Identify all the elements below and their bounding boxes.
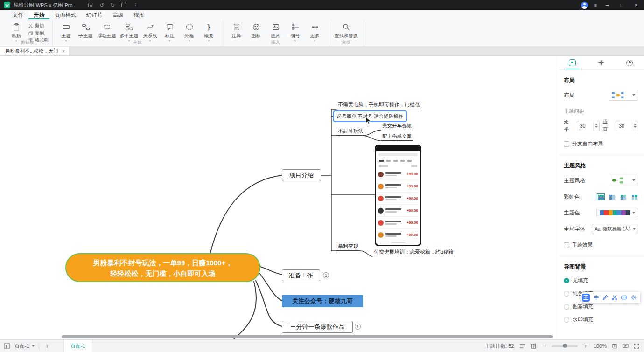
relationship-line-button[interactable]: 关系线 ▾: [140, 21, 160, 42]
numbering-button[interactable]: 编号 ▾: [286, 21, 305, 42]
user-avatar[interactable]: [581, 2, 588, 9]
page-tab[interactable]: 页面-1: [63, 340, 92, 352]
callout-button[interactable]: 标注 ▾: [160, 21, 180, 42]
undo-icon[interactable]: ↺: [100, 3, 104, 8]
language-toggle[interactable]: 中: [594, 295, 599, 300]
bg-option-watermark[interactable]: 水印填充: [564, 316, 638, 323]
theme-color-dropdown[interactable]: [596, 208, 638, 217]
stepper-arrows[interactable]: [593, 121, 599, 131]
zoom-slider-thumb[interactable]: [563, 344, 567, 348]
ime-logo[interactable]: 王: [582, 294, 590, 302]
subtopic-profit[interactable]: 暴利变现: [336, 243, 360, 251]
fit-window-icon[interactable]: [612, 344, 617, 349]
pencil-icon[interactable]: [602, 295, 608, 300]
redo-icon[interactable]: ↻: [111, 3, 115, 8]
topic-three-minutes[interactable]: 三分钟一条爆款作品: [282, 321, 353, 333]
floating-topic-button[interactable]: 浮动主题: [96, 21, 118, 39]
horizontal-scrollbar[interactable]: [62, 335, 553, 338]
payment-text-bars: [385, 172, 405, 177]
subtopic-play-method[interactable]: 不封号玩法: [336, 128, 365, 136]
global-font-dropdown[interactable]: Aa 微软雅黑 (大): [592, 224, 638, 234]
menu-slides[interactable]: 幻灯片: [81, 10, 108, 19]
topic-number-badge[interactable]: 1: [323, 272, 329, 278]
topic-button[interactable]: 主题 ▾: [56, 21, 76, 42]
minimize-button[interactable]: –: [603, 2, 611, 8]
close-button[interactable]: ×: [632, 2, 640, 8]
paste-button[interactable]: 粘贴 ▾: [7, 21, 26, 42]
callout-icon: [165, 22, 175, 32]
payer-avatar: [378, 208, 384, 214]
topic-official-account[interactable]: 关注公众号：硬核九哥: [282, 295, 363, 307]
menu-view[interactable]: 视图: [129, 10, 150, 19]
menu-home[interactable]: 开始: [28, 10, 49, 19]
subtopic-no-computer[interactable]: 不需要电脑，手机即可操作，门槛低: [336, 102, 421, 109]
window-controls: ≡ – □ ×: [581, 2, 640, 9]
scrollbar-thumb[interactable]: [62, 335, 553, 338]
topic-preparation[interactable]: 准备工作: [282, 269, 320, 281]
add-page-button[interactable]: +: [43, 342, 51, 350]
bg-option-none[interactable]: 无填充: [564, 277, 638, 284]
bg-option-pattern[interactable]: 图案填充: [564, 303, 638, 310]
comment-button[interactable]: 注释: [227, 21, 246, 39]
cut-icon: [28, 23, 33, 28]
presentation-icon[interactable]: [623, 344, 629, 349]
multiple-topics-button[interactable]: 多个主题 ▾: [118, 21, 140, 42]
zoom-out-icon[interactable]: −: [541, 343, 547, 350]
grid-view-icon[interactable]: [531, 344, 536, 349]
find-replace-button[interactable]: 查找和替换: [333, 21, 360, 39]
menu-page-style[interactable]: 页面样式: [49, 10, 81, 19]
scissors-icon[interactable]: [612, 295, 617, 300]
more-button[interactable]: 更多 ▾: [305, 21, 325, 42]
rainbow-option[interactable]: [597, 193, 605, 200]
panel-tab-ai[interactable]: [587, 56, 615, 69]
icon-button[interactable]: 图标: [246, 21, 266, 39]
rainbow-option[interactable]: [619, 193, 627, 200]
zoom-in-icon[interactable]: +: [583, 343, 588, 350]
settings-icon[interactable]: [631, 295, 637, 300]
vertical-spacing-stepper[interactable]: 30: [616, 121, 638, 131]
subtopic-button[interactable]: 子主题: [76, 21, 96, 39]
app-logo-icon: W: [4, 2, 10, 8]
layout-dropdown[interactable]: [609, 90, 638, 101]
horizontal-spacing-stepper[interactable]: 30: [577, 121, 600, 131]
tab-close-icon[interactable]: ×: [62, 48, 65, 54]
print-icon[interactable]: [121, 3, 126, 7]
copy-button[interactable]: 复制: [28, 30, 49, 36]
outline-view-icon[interactable]: [519, 344, 525, 349]
free-layout-checkbox[interactable]: 分支自由布局: [564, 140, 638, 147]
more-tools-icon[interactable]: ⋮: [133, 3, 138, 8]
summary-button[interactable]: } 概要 ▾: [199, 21, 219, 42]
boundary-button[interactable]: 外框 ▾: [180, 21, 199, 42]
maximize-button[interactable]: □: [617, 2, 626, 8]
central-topic[interactable]: 男粉暴利不封号玩法，一单99，日赚1000+， 轻轻松松，无门槛，小白即可入场: [65, 253, 260, 282]
image-button[interactable]: 图片: [266, 21, 286, 39]
phone-screenshot[interactable]: +99.00+99.00+99.00+99.00+99.00+99.00: [375, 145, 421, 246]
clock-icon: [626, 60, 633, 66]
save-icon[interactable]: [88, 3, 93, 7]
cut-button[interactable]: 剪切: [28, 23, 49, 29]
mindmap-canvas[interactable]: 男粉暴利不封号玩法，一单99，日赚1000+， 轻轻松松，无门槛，小白即可入场 …: [0, 56, 558, 339]
zoom-slider[interactable]: [552, 345, 578, 347]
menu-advanced[interactable]: 高级: [108, 10, 129, 19]
menu-file[interactable]: 文件: [7, 10, 28, 19]
topic-project-intro[interactable]: 项目介绍: [282, 169, 321, 181]
phone-payment-row: +99.00: [376, 205, 420, 217]
subtopic-sad-caption[interactable]: 配上伤感文案: [381, 133, 413, 141]
fullscreen-icon[interactable]: [634, 344, 639, 349]
theme-style-dropdown[interactable]: [609, 175, 638, 186]
keyboard-icon[interactable]: [621, 295, 627, 300]
stepper-arrows[interactable]: [632, 121, 638, 131]
subtopic-training[interactable]: 付费进群培训：恋爱秘籍，约p秘籍: [372, 249, 455, 256]
panel-tab-style[interactable]: [558, 56, 587, 69]
subtopic-beauty-video[interactable]: 美女开车视频: [381, 123, 413, 130]
rainbow-option[interactable]: [630, 193, 638, 200]
panel-tab-history[interactable]: [616, 56, 644, 69]
topic-number-badge[interactable]: 1: [355, 324, 361, 330]
menu-icon[interactable]: ≡: [594, 3, 597, 8]
page-selector[interactable]: 页面-1: [14, 343, 35, 350]
hand-drawn-checkbox[interactable]: 手绘效果: [564, 242, 638, 248]
ime-toolbar[interactable]: 王 中: [580, 292, 640, 303]
page-list-icon[interactable]: [4, 343, 10, 349]
document-tab[interactable]: 男粉暴利不...松松，无门 ×: [0, 47, 70, 55]
rainbow-option[interactable]: [608, 193, 616, 200]
